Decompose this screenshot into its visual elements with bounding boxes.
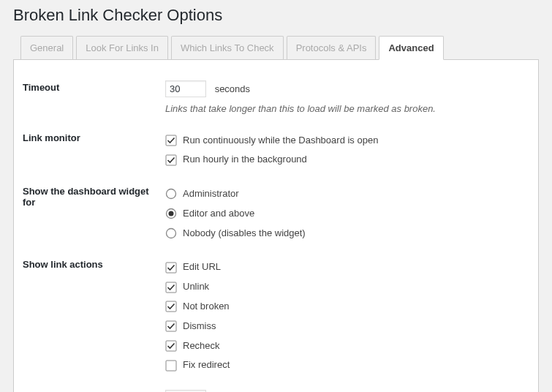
checkbox-option[interactable]: Dismiss <box>165 317 522 336</box>
settings-panel: Timeout seconds Links that take longer t… <box>13 59 539 392</box>
link-actions-label: Show link actions <box>23 250 165 382</box>
tab-advanced[interactable]: Advanced <box>379 36 443 60</box>
svg-rect-9 <box>166 321 176 331</box>
svg-rect-0 <box>166 135 176 146</box>
tab-look-for-links-in[interactable]: Look For Links In <box>76 36 168 60</box>
checkbox-option[interactable]: Fix redirect <box>165 355 522 375</box>
svg-rect-8 <box>166 301 176 312</box>
option-label: Run hourly in the background <box>183 152 307 167</box>
svg-point-5 <box>167 229 176 238</box>
timeout-label: Timeout <box>23 73 165 124</box>
option-label: Dismiss <box>183 319 216 334</box>
svg-rect-10 <box>166 341 176 351</box>
option-label: Editor and above <box>183 206 254 222</box>
checkbox-option[interactable]: Run hourly in the background <box>165 150 522 170</box>
option-label: Administrator <box>183 186 239 202</box>
checkbox-option[interactable]: Unlink <box>165 277 522 297</box>
checkbox-option[interactable]: Run continuously while the Dashboard is … <box>165 131 522 151</box>
timeout-unit: seconds <box>215 83 250 94</box>
max-exec-label: Max. execution time <box>23 382 165 392</box>
option-label: Fix redirect <box>183 358 230 373</box>
radio-option[interactable]: Administrator <box>165 184 522 204</box>
svg-rect-11 <box>166 361 176 371</box>
timeout-input[interactable] <box>165 80 206 97</box>
svg-rect-6 <box>166 263 176 273</box>
dashboard-widget-label: Show the dashboard widget for <box>23 177 165 250</box>
option-label: Nobody (disables the widget) <box>183 226 306 241</box>
option-label: Unlink <box>183 279 209 295</box>
checkbox-icon[interactable] <box>165 320 177 332</box>
checkbox-option[interactable]: Not broken <box>165 297 522 317</box>
checkbox-icon[interactable] <box>165 340 177 352</box>
link-monitor-label: Link monitor <box>23 124 165 178</box>
timeout-description: Links that take longer than this to load… <box>165 102 522 116</box>
option-label: Recheck <box>183 339 220 354</box>
svg-rect-1 <box>166 155 176 165</box>
checkbox-icon[interactable] <box>165 360 177 372</box>
radio-icon[interactable] <box>165 208 177 219</box>
checkbox-icon[interactable] <box>165 262 177 274</box>
radio-option[interactable]: Nobody (disables the widget) <box>165 224 522 244</box>
option-label: Run continuously while the Dashboard is … <box>183 133 378 148</box>
checkbox-option[interactable]: Edit URL <box>165 257 522 277</box>
svg-rect-7 <box>166 282 176 293</box>
page-title: Broken Link Checker Options <box>13 6 539 25</box>
tab-which-links-to-check[interactable]: Which Links To Check <box>171 36 284 60</box>
checkbox-icon[interactable] <box>165 301 177 312</box>
radio-icon[interactable] <box>165 188 177 200</box>
svg-point-2 <box>167 189 176 199</box>
radio-icon[interactable] <box>165 227 177 239</box>
tab-protocols-apis[interactable]: Protocols & APIs <box>287 36 377 60</box>
option-label: Edit URL <box>183 260 221 275</box>
option-label: Not broken <box>183 299 230 314</box>
checkbox-option[interactable]: Recheck <box>165 336 522 356</box>
radio-option[interactable]: Editor and above <box>165 204 522 224</box>
checkbox-icon[interactable] <box>165 135 177 146</box>
tab-general[interactable]: General <box>20 36 73 60</box>
checkbox-icon[interactable] <box>165 154 177 166</box>
svg-point-4 <box>169 211 174 216</box>
tabs-nav: GeneralLook For Links InWhich Links To C… <box>13 35 539 59</box>
checkbox-icon[interactable] <box>165 282 177 293</box>
